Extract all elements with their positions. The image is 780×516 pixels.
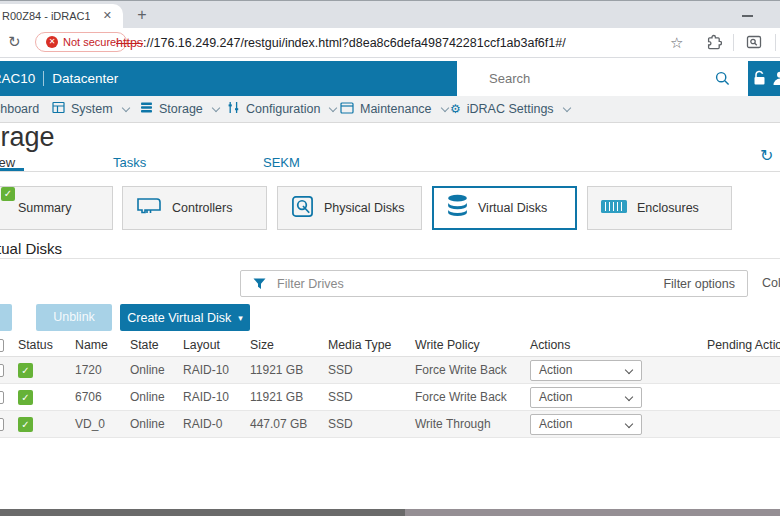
tab-sekm[interactable]: SEKM xyxy=(263,155,300,170)
chevron-down-icon xyxy=(562,103,570,111)
card-label: Physical Disks xyxy=(324,201,405,215)
nav-label: Storage xyxy=(159,102,203,116)
cell-size: 447.07 GB xyxy=(250,411,307,437)
action-select[interactable]: Action xyxy=(530,414,642,435)
bookmark-star-icon[interactable]: ☆ xyxy=(670,34,683,52)
url-scheme: https xyxy=(116,36,143,50)
tab-separator xyxy=(0,171,780,172)
nav-item-configuration[interactable]: Configuration xyxy=(227,96,336,122)
chevron-down-icon xyxy=(121,103,129,111)
caret-down-icon: ▾ xyxy=(238,313,243,323)
card-controllers[interactable]: Controllers xyxy=(122,186,267,230)
chevron-down-icon xyxy=(440,103,448,111)
security-chip[interactable]: ✕ Not secure xyxy=(35,32,127,52)
section-title: Virtual Disks xyxy=(0,240,62,257)
extensions-icon[interactable] xyxy=(706,34,722,54)
unblink-button[interactable]: Unblink xyxy=(36,304,112,331)
row-checkbox[interactable] xyxy=(0,364,4,377)
cell-layout: RAID-10 xyxy=(183,357,229,383)
cell-write-policy: Force Write Back xyxy=(415,384,507,410)
row-checkbox[interactable] xyxy=(0,391,4,404)
user-icon[interactable] xyxy=(772,70,780,90)
browser-toolbar: ↻ ✕ Not secure https://176.16.249.247/re… xyxy=(0,28,780,58)
row-checkbox[interactable] xyxy=(0,418,4,431)
nav-label: Maintenance xyxy=(360,102,432,116)
cell-state: Online xyxy=(130,357,165,383)
cell-name: VD_0 xyxy=(75,411,105,437)
table-header: Status Name State Layout Size Media Type… xyxy=(0,334,780,357)
cell-layout: RAID-10 xyxy=(183,384,229,410)
card-enclosures[interactable]: Enclosures xyxy=(587,186,732,230)
col-actions: Actions xyxy=(530,334,570,356)
status-ok-icon: ✓ xyxy=(18,417,33,432)
tab-close-icon[interactable]: ✕ xyxy=(103,9,112,23)
table-row[interactable]: ✓ 1720 Online RAID-10 11921 GB SSD Force… xyxy=(0,357,780,384)
nav-item-dashboard[interactable]: Dashboard xyxy=(0,96,39,122)
address-url[interactable]: https://176.16.249.247/restgui/index.htm… xyxy=(116,36,566,50)
brand-product: iDRAC10 xyxy=(0,71,35,86)
col-layout: Layout xyxy=(183,334,220,356)
page-title: Storage xyxy=(0,122,55,153)
idrac-header: iDRAC10 Datacenter xyxy=(0,61,780,96)
col-status: Status xyxy=(18,334,53,356)
table-row[interactable]: ✓ VD_0 Online RAID-0 447.07 GB SSD Write… xyxy=(0,411,780,438)
nav-label: Configuration xyxy=(246,102,320,116)
new-tab-button[interactable]: + xyxy=(132,3,152,27)
card-physical-disks[interactable]: Physical Disks xyxy=(277,186,422,230)
cell-media: SSD xyxy=(328,411,353,437)
filter-bar: Filter options xyxy=(240,270,748,297)
search-input[interactable] xyxy=(487,70,697,87)
search-icon[interactable] xyxy=(715,71,730,86)
col-state: State xyxy=(130,334,159,356)
brand-edition: Datacenter xyxy=(52,71,118,86)
cell-name: 6706 xyxy=(75,384,102,410)
chevron-down-icon xyxy=(625,392,633,400)
browser-tab[interactable]: R00Z84 - iDRAC10 - Sto ✕ xyxy=(0,4,123,29)
nav-item-storage[interactable]: Storage xyxy=(140,96,219,122)
security-label: Not secure xyxy=(63,36,116,48)
system-icon xyxy=(52,100,65,118)
controllers-icon xyxy=(136,196,162,220)
nav-item-maintenance[interactable]: Maintenance xyxy=(340,96,448,122)
filter-options-button[interactable]: Filter options xyxy=(663,277,735,291)
blink-button[interactable]: Blink xyxy=(0,304,12,331)
cell-size: 11921 GB xyxy=(250,357,303,383)
action-select[interactable]: Action xyxy=(530,387,642,408)
nav-item-idrac-settings[interactable]: ⚙ iDRAC Settings xyxy=(450,96,570,122)
create-virtual-disk-button[interactable]: Create Virtual Disk ▾ xyxy=(120,304,250,331)
action-select[interactable]: Action xyxy=(530,360,642,381)
not-secure-icon: ✕ xyxy=(46,36,58,48)
filter-input[interactable] xyxy=(275,276,575,292)
browser-tabstrip: R00Z84 - iDRAC10 - Sto ✕ + xyxy=(0,0,780,28)
tab-tasks[interactable]: Tasks xyxy=(113,155,146,170)
card-label: Virtual Disks xyxy=(478,201,547,215)
tab-title: R00Z84 - iDRAC10 - Sto xyxy=(2,4,90,29)
refresh-icon[interactable]: ↻ xyxy=(760,146,773,165)
side-panel-icon[interactable] xyxy=(746,34,762,54)
unlock-icon[interactable] xyxy=(752,70,767,90)
create-virtual-disk-label: Create Virtual Disk xyxy=(127,311,231,325)
columns-button[interactable]: Columns xyxy=(762,270,780,297)
nav-label: iDRAC Settings xyxy=(467,102,554,116)
card-virtual-disks[interactable]: Virtual Disks xyxy=(432,186,577,230)
col-pending-actions: Pending Actions xyxy=(707,334,780,356)
reload-icon[interactable]: ↻ xyxy=(8,33,21,51)
select-all-checkbox[interactable] xyxy=(0,339,4,352)
nav-item-system[interactable]: System xyxy=(52,96,129,122)
url-rest: ://176.16.249.247/restgui/index.html?d8e… xyxy=(143,36,566,50)
col-size: Size xyxy=(250,334,274,356)
cell-size: 11921 GB xyxy=(250,384,303,410)
chevron-down-icon xyxy=(625,365,633,373)
bottom-taskbar-left xyxy=(0,509,405,516)
header-search xyxy=(457,61,748,96)
card-summary[interactable]: Summary xyxy=(0,186,113,230)
chevron-down-icon xyxy=(625,419,633,427)
virtual-disks-icon xyxy=(447,194,468,223)
section-divider xyxy=(0,258,780,259)
cell-media: SSD xyxy=(328,384,353,410)
configuration-icon xyxy=(227,100,240,118)
minimize-button[interactable] xyxy=(742,15,753,17)
table-row[interactable]: ✓ 6706 Online RAID-10 11921 GB SSD Force… xyxy=(0,384,780,411)
main-nav: Dashboard System Storage Configuration M… xyxy=(0,96,780,123)
col-name: Name xyxy=(75,334,108,356)
